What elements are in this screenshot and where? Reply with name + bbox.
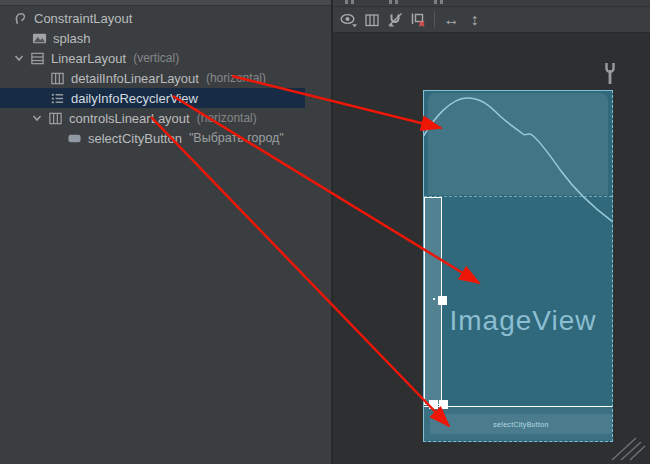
tree-item-orientation: (vertical) (133, 51, 179, 65)
selection-handle-right[interactable] (438, 296, 447, 305)
tree-item-controlslinearlayout[interactable]: controlsLinearLayout (horizontal) (0, 108, 331, 128)
clear-constraints-icon[interactable] (406, 9, 429, 31)
chart-curve (424, 91, 612, 441)
clipped-icon (345, 0, 348, 4)
chevron-down-icon[interactable] (30, 111, 44, 125)
clipped-icon (389, 0, 392, 4)
tree-item-label: controlsLinearLayout (69, 111, 190, 126)
component-tree: ConstraintLayout splash LinearLayout (ve… (0, 8, 331, 148)
tree-item-constraintlayout[interactable]: ConstraintLayout (0, 8, 331, 28)
layout-preview[interactable]: ImageView selectCityButton (423, 90, 613, 442)
select-city-button-preview[interactable]: selectCityButton (430, 414, 612, 434)
linearlayout-vertical-icon (30, 51, 45, 66)
view-mode-columns-icon[interactable] (360, 9, 383, 31)
design-toolbar: ↔ ↕ (333, 7, 650, 33)
clipped-icon (440, 0, 443, 4)
linearlayout-horizontal-icon (50, 71, 65, 86)
linearlayout-horizontal-icon (48, 111, 63, 126)
button-icon (67, 131, 82, 146)
canvas-resize-grip[interactable] (610, 434, 650, 464)
visibility-icon[interactable] (337, 9, 360, 31)
component-tree-panel: ConstraintLayout splash LinearLayout (ve… (0, 0, 331, 464)
tree-item-label: detailInfoLinearLayout (71, 71, 199, 86)
chevron-down-icon[interactable] (12, 51, 26, 65)
autoconnect-disabled-icon[interactable] (383, 9, 406, 31)
tree-item-linearlayout[interactable]: LinearLayout (vertical) (0, 48, 331, 68)
recyclerview-icon (50, 91, 65, 106)
tree-item-label: LinearLayout (51, 51, 126, 66)
imageview-placeholder-label[interactable]: ImageView (424, 305, 612, 337)
tree-item-splash[interactable]: splash (0, 28, 331, 48)
clipped-icon (351, 0, 354, 4)
tree-item-label: ConstraintLayout (34, 11, 132, 26)
panel-top-edge (0, 0, 331, 6)
tree-item-label: splash (53, 31, 91, 46)
clipped-toolbar-row (333, 0, 650, 7)
section-divider (424, 196, 612, 197)
tree-item-text-value: "Выбрать город" (189, 131, 284, 145)
clipped-icon (434, 0, 437, 4)
controls-region[interactable]: selectCityButton (424, 407, 612, 440)
clipped-icon (395, 0, 398, 4)
tree-item-detailinfolinearlayout[interactable]: detailInfoLinearLayout (horizontal) (0, 68, 331, 88)
tree-item-label: selectCityButton (88, 131, 182, 146)
wrench-icon[interactable] (602, 61, 618, 91)
tree-item-orientation: (horizontal) (197, 111, 257, 125)
resize-horizontal-icon[interactable]: ↔ (440, 9, 463, 31)
tree-item-label: dailyInfoRecyclerView (71, 91, 198, 106)
selection-anchor-dot (433, 298, 435, 300)
tree-item-orientation: (horizontal) (206, 71, 266, 85)
tree-item-dailyinforecyclerview[interactable]: dailyInfoRecyclerView (0, 88, 331, 108)
toolbar-separator (434, 11, 435, 28)
tree-item-selectcitybutton[interactable]: selectCityButton "Выбрать город" (0, 128, 331, 148)
image-icon (32, 31, 47, 46)
resize-vertical-icon[interactable]: ↕ (463, 9, 486, 31)
constraint-layout-icon (13, 11, 28, 26)
